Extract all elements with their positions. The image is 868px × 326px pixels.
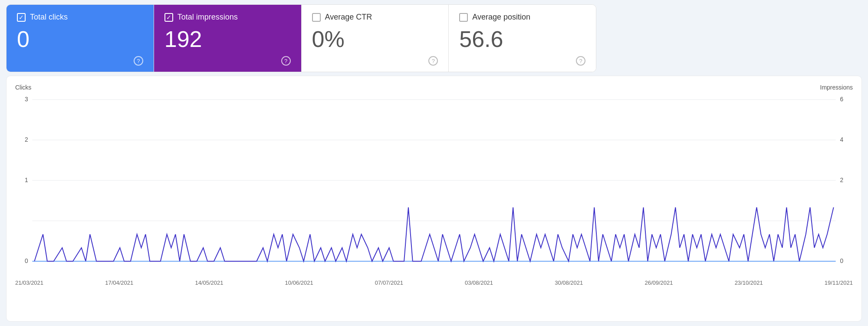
x-label-3: 10/06/2021 <box>285 279 313 286</box>
checkmark-icon: ✓ <box>19 14 24 20</box>
average-ctr-checkbox[interactable] <box>312 13 321 22</box>
average-position-label: Average position <box>472 13 530 22</box>
x-label-6: 30/08/2021 <box>555 279 583 286</box>
x-label-0: 21/03/2021 <box>15 279 43 286</box>
total-impressions-checkbox[interactable]: ✓ <box>164 13 173 22</box>
svg-text:2: 2 <box>840 176 843 183</box>
chart-area: Clicks Impressions 3 2 1 0 6 4 2 0 <box>6 76 862 322</box>
svg-text:4: 4 <box>840 136 843 143</box>
svg-text:3: 3 <box>25 96 28 103</box>
chart-svg: 3 2 1 0 6 4 2 0 <box>15 91 853 278</box>
x-label-2: 14/05/2021 <box>195 279 223 286</box>
total-clicks-checkbox[interactable]: ✓ <box>17 13 26 22</box>
metric-card-average-position[interactable]: Average position 56.6 ? <box>449 5 596 72</box>
x-label-5: 03/08/2021 <box>465 279 493 286</box>
average-ctr-label: Average CTR <box>325 13 372 22</box>
checkmark-icon-impressions: ✓ <box>166 14 171 20</box>
total-impressions-help-icon[interactable]: ? <box>281 56 291 66</box>
left-axis-label: Clicks <box>15 84 31 91</box>
svg-text:6: 6 <box>840 96 843 103</box>
x-label-9: 19/11/2021 <box>825 279 853 286</box>
average-position-value: 56.6 <box>459 27 585 52</box>
x-axis-labels: 21/03/2021 17/04/2021 14/05/2021 10/06/2… <box>15 279 853 286</box>
x-label-8: 23/10/2021 <box>735 279 763 286</box>
total-impressions-label: Total impressions <box>178 13 238 22</box>
x-label-7: 26/09/2021 <box>644 279 673 286</box>
x-label-4: 07/07/2021 <box>375 279 403 286</box>
x-label-1: 17/04/2021 <box>105 279 133 286</box>
chart-axis-labels: Clicks Impressions <box>15 84 853 91</box>
svg-text:0: 0 <box>25 257 28 264</box>
average-position-help-icon[interactable]: ? <box>576 56 585 66</box>
metric-card-average-ctr[interactable]: Average CTR 0% ? <box>302 5 449 72</box>
metric-cards-row: ✓ Total clicks 0 ? ✓ Total impressions 1… <box>6 4 596 72</box>
chart-wrapper: 3 2 1 0 6 4 2 0 <box>15 91 853 278</box>
total-impressions-value: 192 <box>164 27 291 52</box>
svg-text:2: 2 <box>25 136 28 143</box>
metric-card-total-impressions[interactable]: ✓ Total impressions 192 ? <box>154 5 302 72</box>
average-ctr-help-icon[interactable]: ? <box>428 56 438 66</box>
metric-card-total-clicks[interactable]: ✓ Total clicks 0 ? <box>7 5 154 72</box>
total-clicks-value: 0 <box>17 27 143 52</box>
right-axis-label: Impressions <box>820 84 853 91</box>
total-clicks-help-icon[interactable]: ? <box>134 56 143 66</box>
average-ctr-value: 0% <box>312 27 438 52</box>
total-clicks-label: Total clicks <box>30 13 68 22</box>
svg-text:1: 1 <box>25 176 28 183</box>
svg-text:0: 0 <box>840 257 843 264</box>
average-position-checkbox[interactable] <box>459 13 468 22</box>
dashboard-container: ✓ Total clicks 0 ? ✓ Total impressions 1… <box>0 0 868 326</box>
